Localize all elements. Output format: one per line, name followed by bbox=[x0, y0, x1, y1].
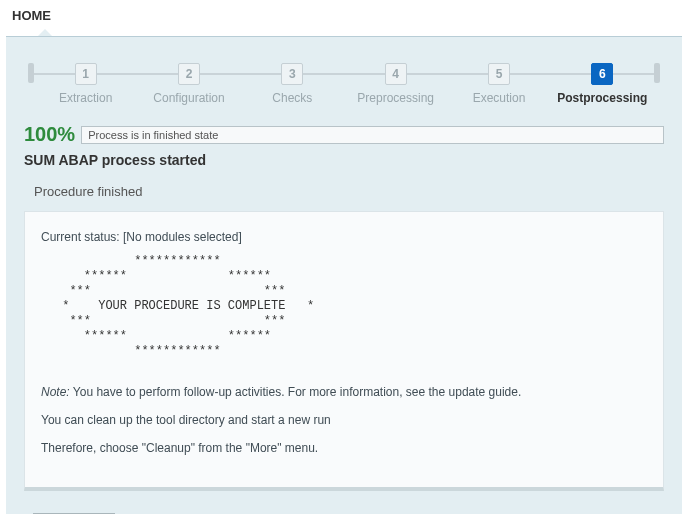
step-label: Extraction bbox=[34, 91, 137, 105]
home-pointer-icon bbox=[38, 29, 52, 36]
step-label: Configuration bbox=[137, 91, 240, 105]
footer-bar: | Exit bbox=[6, 505, 682, 514]
step-number: 4 bbox=[385, 63, 407, 85]
procedure-subtitle: Procedure finished bbox=[6, 178, 682, 211]
current-status-text: Current status: [No modules selected] bbox=[41, 230, 647, 244]
status-row: 100% Process is in finished state bbox=[6, 123, 682, 150]
step-extraction[interactable]: 1 Extraction bbox=[34, 63, 137, 105]
note-line: Note: You have to perform follow-up acti… bbox=[41, 385, 647, 399]
step-execution[interactable]: 5 Execution bbox=[447, 63, 550, 105]
process-state-text: Process is in finished state bbox=[81, 126, 664, 144]
step-configuration[interactable]: 2 Configuration bbox=[137, 63, 240, 105]
step-label: Preprocessing bbox=[344, 91, 447, 105]
cleanup-text-1: You can clean up the tool directory and … bbox=[41, 413, 647, 427]
ascii-art-message: ************ ****** ****** *** *** * YOU… bbox=[55, 254, 647, 359]
note-text: You have to perform follow-up activities… bbox=[70, 385, 522, 399]
step-number: 3 bbox=[281, 63, 303, 85]
progress-percent: 100% bbox=[24, 123, 75, 146]
cleanup-text-2: Therefore, choose "Cleanup" from the "Mo… bbox=[41, 441, 647, 455]
step-label: Checks bbox=[241, 91, 344, 105]
step-number: 6 bbox=[591, 63, 613, 85]
main-panel: 1 Extraction 2 Configuration 3 Checks 4 … bbox=[6, 36, 682, 514]
step-preprocessing[interactable]: 4 Preprocessing bbox=[344, 63, 447, 105]
step-number: 1 bbox=[75, 63, 97, 85]
step-label: Postprocessing bbox=[551, 91, 654, 105]
step-number: 2 bbox=[178, 63, 200, 85]
step-number: 5 bbox=[488, 63, 510, 85]
step-checks[interactable]: 3 Checks bbox=[241, 63, 344, 105]
process-title: SUM ABAP process started bbox=[6, 150, 682, 178]
step-postprocessing[interactable]: 6 Postprocessing bbox=[551, 63, 654, 105]
home-breadcrumb[interactable]: HOME bbox=[0, 0, 688, 29]
step-cap-right bbox=[654, 63, 660, 83]
note-prefix: Note: bbox=[41, 385, 70, 399]
step-label: Execution bbox=[447, 91, 550, 105]
wizard-steps: 1 Extraction 2 Configuration 3 Checks 4 … bbox=[6, 37, 682, 123]
content-box: Current status: [No modules selected] **… bbox=[24, 211, 664, 491]
